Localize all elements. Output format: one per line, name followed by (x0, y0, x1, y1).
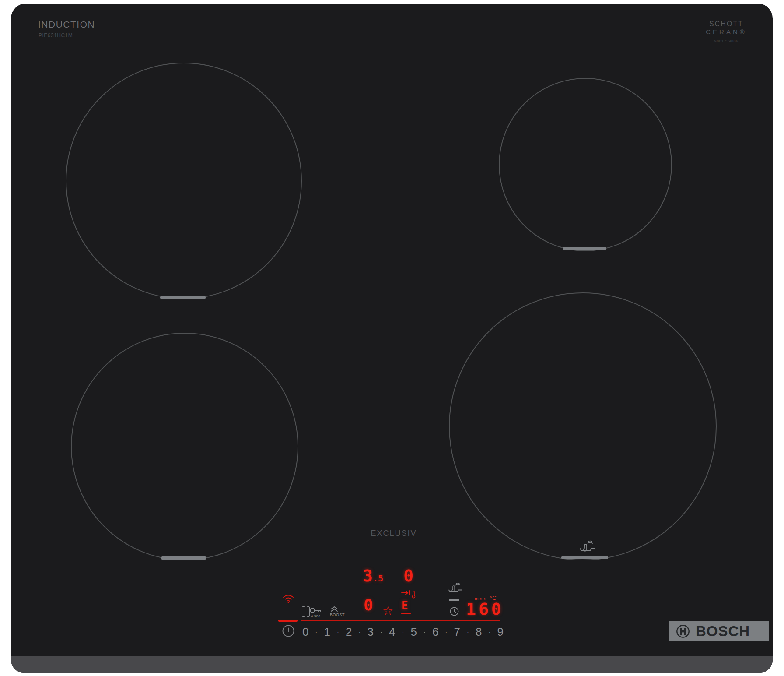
power-level-1[interactable]: 1 (324, 625, 330, 639)
burner-rear-left-mark (160, 296, 206, 299)
display-rear-left-int: 3 (363, 566, 373, 585)
accent-line-short (278, 620, 298, 622)
move-pan-indicator: E (401, 590, 416, 614)
series-label: EXCLUSIV (368, 529, 420, 538)
power-level-6[interactable]: 6 (432, 625, 438, 639)
schott-label: SCHOTT (698, 20, 755, 28)
sensor-dash (449, 599, 459, 601)
power-level-7[interactable]: 7 (454, 625, 460, 639)
bosch-logo-plate: BOSCH (669, 621, 769, 641)
favorite-star-icon[interactable]: ☆ (382, 605, 393, 617)
key-lock-control[interactable]: 4 sec (309, 607, 322, 618)
bosch-wordmark: BOSCH (696, 623, 750, 640)
power-standby-icon[interactable] (282, 624, 295, 637)
induction-type-label: INDUCTION (38, 19, 95, 30)
induction-hob-glass: INDUCTION PIE631HC1M SCHOTT CERAN® 90017… (11, 4, 773, 673)
timer-clock-icon[interactable] (450, 607, 459, 616)
power-level-slider[interactable]: 0 · 1 · 2 · 3 · 4 · 5 · 6 · 7 · 8 · 9 (302, 625, 504, 639)
display-front-left-power: 0 (364, 597, 373, 613)
ceran-label: CERAN® (698, 28, 755, 35)
product-image: INDUCTION PIE631HC1M SCHOTT CERAN® 90017… (0, 0, 784, 676)
display-timer-value: 160 (466, 601, 504, 617)
model-number-label: PIE631HC1M (38, 32, 73, 39)
dot-separator: · (359, 629, 360, 635)
bosch-armature-icon (676, 624, 690, 639)
glass-serial-code: 9001739806 (698, 39, 755, 43)
thermometer-icon (412, 590, 416, 599)
dot-separator: · (424, 629, 425, 635)
key-hold-label: 4 sec (309, 614, 322, 618)
power-level-3[interactable]: 3 (368, 625, 374, 639)
burner-front-left-mark (161, 556, 206, 560)
burner-rear-left-ring (66, 63, 302, 299)
wifi-icon[interactable] (283, 594, 294, 603)
display-rear-left-power: 3.5 (363, 567, 383, 584)
accent-line-long (301, 620, 500, 621)
key-lock-icon (309, 607, 322, 613)
burner-front-left-ring (71, 333, 298, 560)
boost-chevrons-icon (330, 606, 339, 612)
dot-separator: · (489, 629, 490, 635)
move-pan-glyph: E (401, 600, 416, 611)
display-rear-right-power: 0 (403, 567, 413, 584)
dot-separator: · (337, 629, 339, 635)
boost-control[interactable]: BOOST (330, 606, 345, 617)
dot-separator: · (380, 629, 382, 635)
power-level-4[interactable]: 4 (389, 625, 395, 639)
move-pan-arrow-icon (401, 590, 411, 595)
panel-divider (326, 607, 326, 618)
dot-separator: · (315, 629, 317, 635)
burner-front-right-mark (561, 556, 608, 559)
burner-front-right-ring (449, 292, 717, 560)
frying-sensor-pan-icon (579, 540, 596, 556)
burner-rear-right-mark (563, 247, 606, 250)
burner-rear-right-ring (499, 78, 672, 251)
dot-separator: · (445, 629, 447, 635)
schott-ceran-logo: SCHOTT CERAN® 9001739806 (698, 20, 755, 43)
cooking-sensor-icon[interactable] (448, 582, 463, 596)
power-level-0[interactable]: 0 (302, 625, 308, 639)
display-rear-left-frac: .5 (373, 573, 383, 584)
power-level-8[interactable]: 8 (476, 625, 482, 639)
boost-label: BOOST (330, 613, 345, 617)
power-level-2[interactable]: 2 (346, 625, 352, 639)
front-trim-strip (11, 656, 773, 673)
power-level-5[interactable]: 5 (411, 625, 417, 639)
dot-separator: · (467, 629, 469, 635)
move-pan-underline (401, 613, 411, 614)
dot-separator: · (402, 629, 404, 635)
power-level-9[interactable]: 9 (497, 625, 504, 639)
